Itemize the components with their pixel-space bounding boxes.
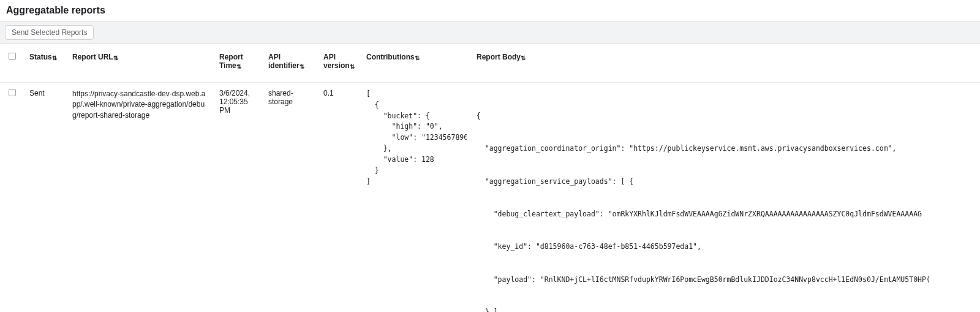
select-all-checkbox[interactable] (9, 53, 16, 60)
sort-icon: ⇅ (113, 55, 118, 61)
sort-icon: ⇅ (300, 63, 304, 70)
table-header-row: Status⇅ Report URL⇅ Report Time⇅ API ide… (0, 44, 980, 83)
cell-api-version: 0.1 (318, 83, 361, 313)
row-checkbox[interactable] (9, 89, 16, 96)
sort-icon: ⇅ (52, 55, 57, 61)
sort-icon: ⇅ (521, 55, 526, 61)
cell-contributions: [ { "bucket": { "high": "0", "low": "123… (361, 83, 472, 313)
col-report-body[interactable]: Report Body⇅ (472, 44, 980, 83)
reports-table: Status⇅ Report URL⇅ Report Time⇅ API ide… (0, 44, 980, 312)
table-row: Sent https://privacy-sandcastle-dev-dsp.… (0, 83, 980, 313)
cell-report-body: { "aggregation_coordinator_origin": "htt… (472, 83, 980, 313)
cell-report-time: 3/6/2024, 12:05:35 PM (214, 83, 263, 313)
toolbar: Send Selected Reports (0, 21, 980, 44)
cell-api-identifier: shared-storage (263, 83, 318, 313)
col-report-url[interactable]: Report URL⇅ (67, 44, 214, 83)
send-selected-button[interactable]: Send Selected Reports (5, 25, 94, 40)
col-report-time[interactable]: Report Time⇅ (214, 44, 263, 83)
page-title: Aggregatable reports (0, 0, 980, 21)
col-api-identifier[interactable]: API identifier⇅ (263, 44, 318, 83)
col-status[interactable]: Status⇅ (24, 44, 67, 83)
sort-icon: ⇅ (350, 63, 355, 70)
sort-icon: ⇅ (415, 55, 420, 61)
sort-icon: ⇅ (236, 63, 241, 70)
cell-report-url: https://privacy-sandcastle-dev-dsp.web.a… (67, 83, 214, 313)
col-contributions[interactable]: Contributions⇅ (361, 44, 472, 83)
col-api-version[interactable]: API version⇅ (318, 44, 361, 83)
cell-status: Sent (24, 83, 67, 313)
